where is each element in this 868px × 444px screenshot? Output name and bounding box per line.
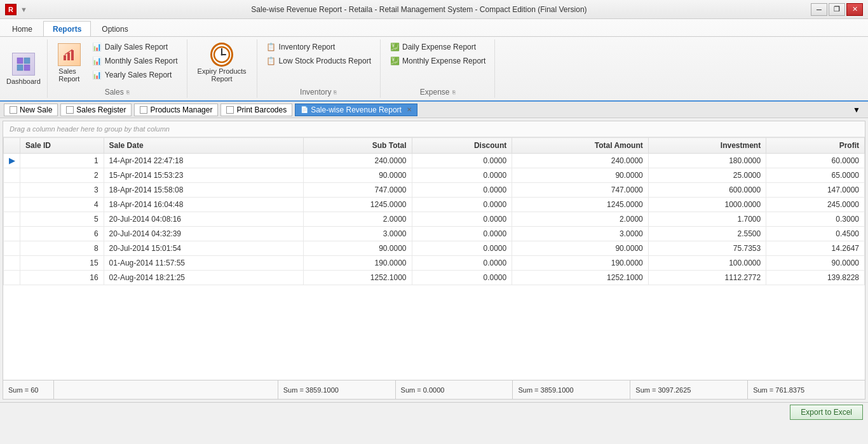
table-row[interactable]: 8 20-Jul-2014 15:01:54 90.0000 0.0000 90… — [4, 241, 865, 256]
tab-print-barcodes-check — [226, 106, 234, 114]
col-sale-id[interactable]: Sale ID — [20, 138, 104, 154]
dashboard-button[interactable]: Dashboard — [0, 39, 48, 98]
cell-profit: 14.2647 — [766, 241, 865, 256]
cell-sale-id: 3 — [20, 183, 104, 198]
cell-investment: 1000.0000 — [648, 198, 766, 212]
row-indicator — [4, 198, 20, 212]
table-row[interactable]: 16 02-Aug-2014 18:21:25 1252.1000 0.0000… — [4, 271, 865, 285]
row-indicator — [4, 256, 20, 271]
sales-group-label: sales ⎘ — [53, 88, 182, 97]
tab-products-manager[interactable]: Products Manager — [134, 104, 218, 116]
cell-discount: 0.0000 — [412, 241, 512, 256]
tab-bar: New Sale Sales Register Products Manager… — [0, 102, 868, 118]
close-button[interactable]: ✕ — [846, 3, 863, 16]
window-title: Sale-wise Revenue Report - Retaila - Ret… — [27, 5, 811, 14]
row-indicator: ▶ — [4, 154, 20, 168]
ribbon-content: Dashboard SalesReport — [0, 37, 868, 100]
table-row[interactable]: 15 01-Aug-2014 11:57:55 190.0000 0.0000 … — [4, 256, 865, 271]
table-row[interactable]: 5 20-Jul-2014 04:08:16 2.0000 0.0000 2.0… — [4, 212, 865, 227]
tab-sales-register-check — [66, 106, 74, 114]
cell-sub-total: 190.0000 — [304, 256, 412, 271]
sales-report-button[interactable]: SalesReport — [53, 41, 86, 85]
ribbon-group-sales: SalesReport 📊 Daily Sales Report 📊 Month… — [48, 39, 187, 98]
cell-profit: 0.3000 — [766, 212, 865, 227]
col-total-amount[interactable]: Total Amount — [512, 138, 649, 154]
cell-investment: 25.0000 — [648, 168, 766, 183]
table-row[interactable]: ▶ 1 14-Apr-2014 22:47:18 240.0000 0.0000… — [4, 154, 865, 168]
tab-home[interactable]: Home — [3, 21, 42, 36]
tab-products-manager-check — [140, 106, 147, 114]
daily-sales-report-button[interactable]: 📊 Daily Sales Report — [88, 41, 182, 53]
tab-reports[interactable]: Reports — [43, 21, 91, 36]
expense-expand-icon[interactable]: ⎘ — [452, 90, 456, 95]
cell-investment: 75.7353 — [648, 241, 766, 256]
monthly-sales-report-button[interactable]: 📊 Monthly Sales Report — [88, 55, 182, 67]
cell-sale-date: 20-Jul-2014 04:32:39 — [104, 227, 304, 241]
col-sub-total[interactable]: Sub Total — [304, 138, 412, 154]
cell-sale-date: 14-Apr-2014 22:47:18 — [104, 154, 304, 168]
sales-report-label: SalesReport — [58, 67, 79, 83]
cell-total-amount: 1245.0000 — [512, 198, 649, 212]
low-stock-report-button[interactable]: 📋 Low Stock Products Report — [262, 55, 375, 67]
table-row[interactable]: 3 18-Apr-2014 15:58:08 747.0000 0.0000 7… — [4, 183, 865, 198]
ribbon-group-inventory: 📋 Inventory Report 📋 Low Stock Products … — [257, 39, 381, 98]
col-discount[interactable]: Discount — [412, 138, 512, 154]
minimize-button[interactable]: ─ — [811, 3, 827, 16]
daily-expense-report-button[interactable]: 💹 Daily Expense Report — [386, 41, 489, 53]
inventory-report-button[interactable]: 📋 Inventory Report — [262, 41, 375, 53]
expiry-products-report-button[interactable]: Expiry Products Report — [193, 41, 252, 85]
col-sale-date[interactable]: Sale Date — [104, 138, 304, 154]
bottom-bar: Export to Excel — [0, 402, 868, 421]
expiry-btn-label: Expiry Products Report — [198, 67, 247, 83]
export-to-excel-button[interactable]: Export to Excel — [790, 405, 863, 420]
table-body: ▶ 1 14-Apr-2014 22:47:18 240.0000 0.0000… — [4, 154, 865, 285]
sales-expand-icon[interactable]: ⎘ — [126, 90, 130, 95]
table-row[interactable]: 4 18-Apr-2014 16:04:48 1245.0000 0.0000 … — [4, 198, 865, 212]
cell-total-amount: 747.0000 — [512, 183, 649, 198]
cell-discount: 0.0000 — [412, 256, 512, 271]
col-investment[interactable]: Investment — [648, 138, 766, 154]
summary-profit: Sum = 761.8375 — [748, 380, 865, 399]
tab-close-button[interactable]: ✕ — [407, 106, 412, 113]
svg-rect-1 — [24, 58, 30, 64]
tab-sale-wise-revenue[interactable]: 📄 Sale-wise Revenue Report ✕ — [295, 104, 417, 116]
cell-total-amount: 190.0000 — [512, 256, 649, 271]
col-profit[interactable]: Profit — [766, 138, 865, 154]
summary-sub-total: Sum = 3859.1000 — [278, 380, 396, 399]
row-indicator — [4, 183, 20, 198]
sales-btn-list: 📊 Daily Sales Report 📊 Monthly Sales Rep… — [88, 41, 182, 81]
yearly-sales-report-button[interactable]: 📊 Yearly Sales Report — [88, 69, 182, 81]
cell-profit: 60.0000 — [766, 154, 865, 168]
monthly-expense-report-button[interactable]: 💹 Monthly Expense Report — [386, 55, 489, 67]
row-indicator — [4, 212, 20, 227]
inventory-expand-icon[interactable]: ⎘ — [334, 90, 337, 95]
ribbon-group-expiry: Expiry Products Report — [187, 39, 257, 98]
table-row[interactable]: 6 20-Jul-2014 04:32:39 3.0000 0.0000 3.0… — [4, 227, 865, 241]
ribbon: Home Reports Options Dashboard — [0, 19, 868, 102]
quick-access-arrow[interactable]: ▼ — [20, 6, 27, 13]
title-bar-left: R ▼ — [5, 4, 27, 15]
tab-options[interactable]: Options — [92, 21, 137, 36]
tab-overflow-arrow[interactable]: ▼ — [849, 104, 864, 116]
table-header-row: Sale ID Sale Date Sub Total Discount Tot… — [4, 138, 865, 154]
table-row[interactable]: 2 15-Apr-2014 15:53:23 90.0000 0.0000 90… — [4, 168, 865, 183]
expense-items: 💹 Daily Expense Report 💹 Monthly Expense… — [386, 41, 489, 86]
svg-point-10 — [221, 54, 223, 56]
cell-discount: 0.0000 — [412, 154, 512, 168]
row-indicator — [4, 168, 20, 183]
tab-new-sale[interactable]: New Sale — [4, 104, 58, 116]
cell-sale-id: 15 — [20, 256, 104, 271]
restore-button[interactable]: ❐ — [829, 3, 845, 16]
cell-discount: 0.0000 — [412, 183, 512, 198]
cell-sale-date: 20-Jul-2014 04:08:16 — [104, 212, 304, 227]
summary-total-amount: Sum = 3859.1000 — [513, 380, 630, 399]
dashboard-icon — [12, 53, 35, 76]
tab-sales-register[interactable]: Sales Register — [60, 104, 132, 116]
summary-investment: Sum = 3097.2625 — [630, 380, 748, 399]
expense-group-label: Expense ⎘ — [386, 88, 489, 97]
cell-sale-date: 18-Apr-2014 15:58:08 — [104, 183, 304, 198]
tab-print-barcodes[interactable]: Print Barcodes — [220, 104, 292, 116]
monthly-expense-icon: 💹 — [390, 56, 400, 66]
table-container[interactable]: Sale ID Sale Date Sub Total Discount Tot… — [3, 137, 865, 380]
sales-icon — [58, 43, 81, 66]
